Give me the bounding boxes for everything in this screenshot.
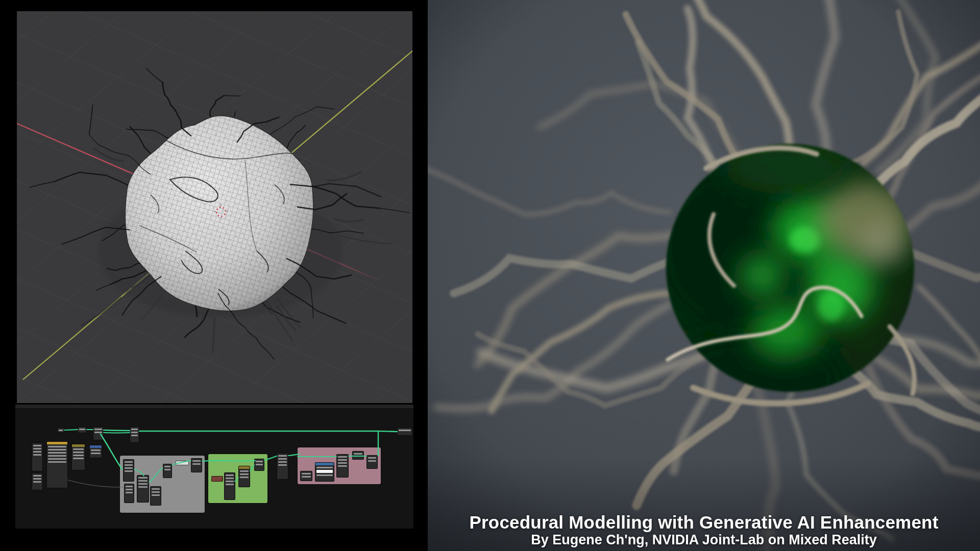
node-graph-canvas bbox=[15, 405, 413, 529]
graph-node[interactable] bbox=[123, 459, 134, 482]
graph-node[interactable] bbox=[352, 451, 364, 460]
graph-node[interactable] bbox=[176, 461, 189, 465]
graph-node[interactable] bbox=[163, 464, 172, 478]
geometry-node-editor[interactable] bbox=[15, 405, 413, 529]
render-view: Procedural Modelling with Generative AI … bbox=[428, 0, 980, 551]
graph-node[interactable] bbox=[89, 445, 102, 458]
graph-node[interactable] bbox=[32, 473, 43, 490]
graph-node[interactable] bbox=[224, 472, 235, 500]
graph-node[interactable] bbox=[366, 455, 378, 469]
graph-node[interactable] bbox=[254, 459, 264, 471]
caption-title: Procedural Modelling with Generative AI … bbox=[428, 513, 980, 532]
graph-node[interactable] bbox=[57, 428, 64, 433]
render-scene bbox=[428, 0, 980, 551]
graph-node[interactable] bbox=[315, 462, 334, 482]
graph-node[interactable] bbox=[46, 441, 68, 488]
graph-node[interactable] bbox=[93, 427, 104, 440]
viewport-scene bbox=[17, 11, 412, 403]
graph-node[interactable] bbox=[336, 454, 349, 478]
graph-node[interactable] bbox=[238, 466, 250, 487]
caption: Procedural Modelling with Generative AI … bbox=[428, 513, 980, 548]
caption-subtitle: By Eugene Ch'ng, NVIDIA Joint-Lab on Mix… bbox=[428, 532, 980, 548]
graph-node[interactable] bbox=[71, 444, 85, 470]
graph-node[interactable] bbox=[211, 476, 223, 482]
graph-node[interactable] bbox=[300, 471, 312, 481]
graph-node[interactable] bbox=[130, 427, 139, 443]
graph-node[interactable] bbox=[124, 484, 134, 503]
graph-node[interactable] bbox=[150, 486, 161, 506]
graph-node[interactable] bbox=[32, 443, 43, 471]
graph-node[interactable] bbox=[137, 475, 149, 503]
graph-node[interactable] bbox=[277, 453, 288, 480]
graph-node[interactable] bbox=[78, 427, 87, 433]
graph-node[interactable] bbox=[191, 458, 202, 472]
graph-node[interactable] bbox=[397, 428, 412, 436]
video-frame: { "caption": { "title": "Procedural Mode… bbox=[0, 0, 980, 551]
blender-3d-viewport[interactable] bbox=[17, 11, 412, 403]
